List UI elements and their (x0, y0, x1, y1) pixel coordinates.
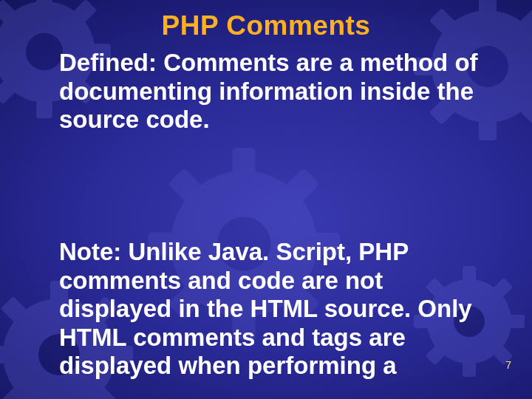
page-number: 7 (505, 359, 511, 371)
body-paragraph-2: Note: Unlike Java. Script, PHP comments … (59, 238, 488, 381)
slide-container: PHP Comments Defined: Comments are a met… (0, 0, 532, 399)
slide-title: PHP Comments (0, 10, 532, 41)
body-paragraph-1: Defined: Comments are a method of docume… (59, 49, 488, 134)
